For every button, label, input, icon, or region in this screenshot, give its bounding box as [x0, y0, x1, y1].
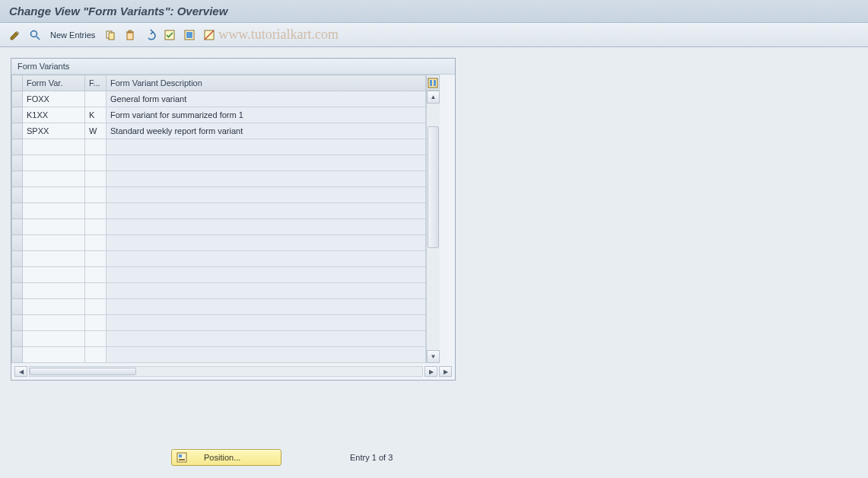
cell-form-var[interactable]: K1XX — [23, 107, 85, 123]
table-row — [12, 139, 426, 155]
row-selector[interactable] — [12, 235, 23, 251]
table-row — [12, 171, 426, 187]
cell-desc[interactable] — [107, 155, 426, 171]
undo-icon[interactable] — [142, 27, 157, 43]
cell-form-var[interactable] — [23, 283, 85, 299]
cell-f[interactable] — [85, 267, 107, 283]
cell-desc[interactable]: Form variant for summarized form 1 — [107, 107, 426, 123]
cell-desc[interactable] — [107, 267, 426, 283]
row-selector[interactable] — [12, 283, 23, 299]
cell-f[interactable] — [85, 203, 107, 219]
scroll-right-icon[interactable]: ▶ — [424, 366, 437, 377]
row-selector[interactable] — [12, 299, 23, 315]
cell-form-var[interactable] — [23, 299, 85, 315]
cell-desc[interactable] — [107, 139, 426, 155]
cell-desc[interactable] — [107, 347, 426, 363]
delete-icon[interactable] — [122, 27, 138, 43]
cell-desc[interactable] — [107, 203, 426, 219]
find-icon[interactable] — [27, 27, 43, 43]
vscroll-thumb[interactable] — [428, 126, 439, 248]
row-selector[interactable] — [12, 251, 23, 267]
cell-form-var[interactable] — [23, 251, 85, 267]
row-selector[interactable] — [12, 171, 23, 187]
col-f[interactable]: F... — [85, 75, 107, 91]
cell-desc[interactable] — [107, 187, 426, 203]
change-icon[interactable] — [8, 27, 23, 43]
cell-form-var[interactable]: SPXX — [23, 123, 85, 139]
cell-form-var[interactable] — [23, 347, 85, 363]
col-desc[interactable]: Form Variant Description — [107, 75, 426, 91]
table-row — [12, 187, 426, 203]
table-row: FOXXGeneral form variant — [12, 91, 426, 107]
row-selector[interactable] — [12, 203, 23, 219]
row-selector-header[interactable] — [12, 75, 23, 91]
cell-f[interactable] — [85, 347, 107, 363]
hscroll-track[interactable] — [29, 366, 423, 377]
scroll-up-icon[interactable]: ▲ — [427, 91, 440, 104]
cell-f[interactable] — [85, 219, 107, 235]
cell-desc[interactable] — [107, 219, 426, 235]
row-selector[interactable] — [12, 155, 23, 171]
cell-form-var[interactable]: FOXX — [23, 91, 85, 107]
cell-f[interactable]: W — [85, 123, 107, 139]
position-button[interactable]: Position... — [171, 449, 281, 466]
cell-form-var[interactable] — [23, 267, 85, 283]
vscroll-track[interactable] — [427, 104, 440, 350]
select-block-icon[interactable] — [182, 27, 197, 43]
row-selector[interactable] — [12, 123, 23, 139]
cell-f[interactable] — [85, 331, 107, 347]
scroll-down-icon[interactable]: ▼ — [427, 350, 440, 363]
col-form-var[interactable]: Form Var. — [23, 75, 85, 91]
svg-rect-6 — [186, 32, 192, 38]
copy-icon[interactable] — [103, 27, 118, 43]
cell-form-var[interactable] — [23, 187, 85, 203]
cell-form-var[interactable] — [23, 171, 85, 187]
cell-f[interactable] — [85, 91, 107, 107]
table-row — [12, 315, 426, 331]
new-entries-button[interactable]: New Entries — [47, 30, 98, 40]
cell-f[interactable] — [85, 171, 107, 187]
cell-desc[interactable] — [107, 331, 426, 347]
row-selector[interactable] — [12, 331, 23, 347]
cell-form-var[interactable] — [23, 331, 85, 347]
row-selector[interactable] — [12, 267, 23, 283]
cell-f[interactable] — [85, 155, 107, 171]
cell-desc[interactable]: General form variant — [107, 91, 426, 107]
row-selector[interactable] — [12, 347, 23, 363]
cell-f[interactable] — [85, 251, 107, 267]
cell-form-var[interactable] — [23, 203, 85, 219]
cell-f[interactable] — [85, 235, 107, 251]
cell-f[interactable] — [85, 315, 107, 331]
configure-columns-icon[interactable] — [426, 75, 440, 91]
scroll-end-icon[interactable]: ▶ — [439, 366, 452, 377]
cell-f[interactable] — [85, 283, 107, 299]
cell-desc[interactable] — [107, 171, 426, 187]
row-selector[interactable] — [12, 219, 23, 235]
cell-desc[interactable] — [107, 283, 426, 299]
cell-f[interactable] — [85, 187, 107, 203]
row-selector[interactable] — [12, 187, 23, 203]
cell-form-var[interactable] — [23, 315, 85, 331]
hscroll-thumb[interactable] — [30, 368, 136, 375]
cell-f[interactable] — [85, 299, 107, 315]
row-selector[interactable] — [12, 315, 23, 331]
cell-desc[interactable] — [107, 251, 426, 267]
cell-form-var[interactable] — [23, 155, 85, 171]
cell-desc[interactable] — [107, 315, 426, 331]
table-row — [12, 347, 426, 363]
scroll-left-icon[interactable]: ◀ — [14, 366, 27, 377]
row-selector[interactable] — [12, 91, 23, 107]
cell-f[interactable]: K — [85, 107, 107, 123]
cell-desc[interactable] — [107, 235, 426, 251]
deselect-all-icon[interactable] — [202, 27, 217, 43]
cell-desc[interactable]: Standard weekly report form variant — [107, 123, 426, 139]
cell-form-var[interactable] — [23, 235, 85, 251]
row-selector[interactable] — [12, 107, 23, 123]
cell-form-var[interactable] — [23, 219, 85, 235]
cell-form-var[interactable] — [23, 139, 85, 155]
row-selector[interactable] — [12, 139, 23, 155]
cell-f[interactable] — [85, 139, 107, 155]
select-all-icon[interactable] — [162, 27, 177, 43]
table-row: K1XXKForm variant for summarized form 1 — [12, 107, 426, 123]
cell-desc[interactable] — [107, 299, 426, 315]
